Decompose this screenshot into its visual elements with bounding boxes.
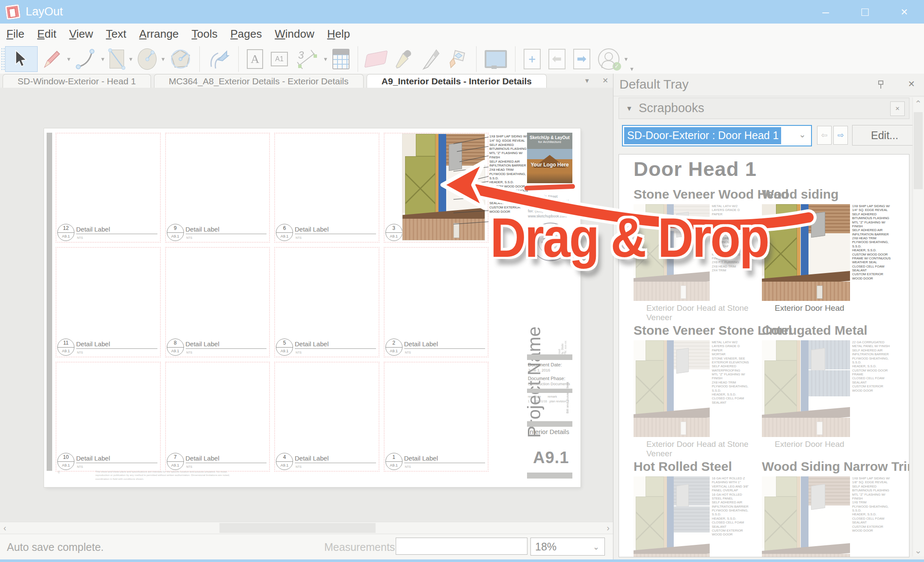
dimension-tool-caret[interactable]: ▾ (323, 55, 329, 63)
scrapbook-detail-item[interactable]: Stone Veneer Stone Lintel METAL LATH W/2… (634, 323, 762, 447)
line-tool-caret[interactable]: ▾ (66, 55, 72, 63)
menu-item[interactable]: Window (268, 27, 320, 41)
tray-close-icon[interactable]: ✕ (908, 79, 915, 89)
title-block: SketchUp & LayOut for Architecture Your … (527, 132, 572, 484)
add-page-button[interactable]: ＋ (520, 47, 545, 71)
maximize-button[interactable]: □ (845, 0, 885, 24)
menu-item[interactable]: Edit (31, 27, 63, 41)
scrapbook-item-thumbnail[interactable] (634, 476, 710, 557)
scrapbooks-close-button[interactable]: × (890, 101, 905, 116)
arc-tool-button[interactable] (72, 47, 100, 71)
label-tool-button[interactable]: A1 (267, 47, 292, 71)
scroll-down-icon[interactable]: ⌄ (915, 545, 922, 556)
sheet-number: A9.1 (533, 449, 569, 467)
rectangle-tool-caret[interactable]: ▾ (128, 55, 134, 63)
arc-tool-caret[interactable]: ▾ (100, 55, 106, 63)
offset-tool-button[interactable] (204, 47, 234, 71)
menu-item[interactable]: Help (321, 27, 356, 41)
split-tool-button[interactable] (417, 47, 444, 71)
sheet-title: Interior Details (528, 428, 569, 435)
detail-reference-bubble: 5A9.1 (276, 339, 293, 356)
toolbar-overflow-caret[interactable]: ▾ (629, 65, 635, 73)
close-button[interactable]: × (885, 0, 924, 24)
scrapbook-item-thumbnail[interactable] (634, 340, 710, 437)
drawing-canvas[interactable]: 12A9.1 Detail Label NTS 9A9.1 Detail Lab (0, 88, 613, 522)
document-tab[interactable]: SD-Window-Exterior - Head 1 (3, 74, 151, 88)
scrapbook-detail-item[interactable]: Stone Veneer Wood Head METAL LATH W/2 LA… (634, 187, 762, 311)
style-tool-button[interactable] (390, 47, 417, 71)
select-tool-button[interactable] (5, 46, 38, 72)
menu-item[interactable]: File (0, 27, 31, 41)
circle-tool-caret[interactable]: ▾ (160, 55, 166, 63)
menu-item[interactable]: View (63, 27, 100, 41)
detail-reference-bubble: 6A9.1 (276, 224, 293, 241)
table-tool-button[interactable] (329, 47, 353, 71)
scrapbook-item-caption: Exterior Door Head at Stone Veneer (646, 440, 762, 458)
scrapbook-item-thumbnail[interactable] (762, 204, 850, 301)
menu-item[interactable]: Arrange (133, 27, 185, 41)
zoom-select[interactable]: 18% ⌄ (530, 538, 605, 556)
annotation-leader-lines (453, 134, 492, 241)
start-presentation-button[interactable] (481, 47, 511, 71)
previous-page-button[interactable]: ⬅ (545, 47, 569, 71)
join-tool-button[interactable] (444, 47, 472, 71)
placed-detail-exterior-door-head[interactable]: 1X8 SHIP LAP SIDING W/ 1/4" SQ. EDGE REV… (402, 134, 530, 241)
detail-cell-label: Detail Label (404, 340, 486, 349)
account-caret[interactable]: ▾ (623, 55, 629, 63)
scroll-right-icon[interactable]: › (607, 523, 610, 533)
pin-icon[interactable] (877, 80, 885, 89)
text-tool-button[interactable]: A (243, 47, 267, 71)
canvas-horizontal-scrollbar[interactable]: ‹ › (0, 522, 613, 534)
tray-scroll-thumb[interactable] (914, 112, 923, 189)
next-page-button[interactable]: ➡ (569, 47, 594, 71)
scrapbook-detail-item[interactable]: Wood Siding Narrow Trim 1X8 SHIP LAP SID… (762, 459, 903, 557)
scrapbooks-section-header[interactable]: ▼ Scrapbooks × (619, 98, 909, 119)
scrapbook-item-thumbnail[interactable] (762, 476, 850, 557)
tray-scrollbar[interactable]: ⌃ ⌄ (912, 98, 924, 556)
account-button[interactable]: ✓ (594, 47, 623, 71)
document-tab[interactable]: A9_Interior Details - Interior Details (367, 74, 547, 88)
scrapbook-detail-item[interactable]: Corrugated Metal 22 GA CORRUGATED METAL … (762, 323, 903, 447)
collapse-triangle-icon[interactable]: ▼ (626, 105, 633, 113)
detail-cell-scale: NTS (296, 236, 302, 239)
eraser-tool-button[interactable] (362, 47, 390, 71)
scrapbook-detail-item[interactable]: Wood siding 1X8 SHIP LAP SIDING W/ 1/4" … (762, 187, 903, 311)
minimize-button[interactable]: – (806, 0, 845, 24)
rectangle-tool-button[interactable] (106, 47, 128, 71)
scrapbook-edit-button[interactable]: Edit... (852, 125, 917, 146)
scrapbook-item-thumbnail[interactable] (634, 204, 710, 301)
menu-item[interactable]: Tools (185, 27, 224, 41)
placed-detail-annotations: 1X8 SHIP LAP SIDING W/ 1/4" SQ. EDGE REV… (489, 134, 530, 214)
scrapbook-page-title: Door Head 1 (634, 157, 757, 181)
scrapbooks-section-title: Scrapbooks (639, 101, 704, 115)
scrapbook-item-thumbnail[interactable] (762, 340, 850, 437)
title-bar: LayOut – □ × (0, 0, 924, 24)
scroll-left-icon[interactable]: ‹ (3, 523, 6, 533)
chevron-down-icon: ⌄ (799, 129, 806, 140)
horizontal-scroll-thumb[interactable] (219, 523, 376, 533)
scrapbook-item-heading: Hot Rolled Steel (634, 459, 762, 474)
tab-close-icon[interactable]: ✕ (602, 76, 608, 85)
measurements-input[interactable] (396, 538, 527, 555)
detail-cell-tag: 4A9.1 Detail Label NTS (276, 451, 376, 470)
menu-item[interactable]: Text (100, 27, 133, 41)
detail-cell: 7A9.1 Detail Label NTS (165, 362, 270, 472)
detail-reference-bubble: 3A9.1 (385, 224, 403, 241)
scrapbook-previous-page-button[interactable]: ⇦ (817, 126, 832, 145)
scrapbook-item-heading: Corrugated Metal (762, 323, 903, 338)
toolbar-drag-handle[interactable] (1, 48, 5, 71)
scrapbook-detail-item[interactable]: Hot Rolled Steel 16 GA HOT ROLLED Z FLAS… (634, 459, 762, 557)
document-tab[interactable]: MC364_A8_Exterior Details - Exterior Det… (154, 74, 364, 88)
menu-item[interactable]: Pages (224, 27, 269, 41)
dimension-tool-button[interactable]: 3 (292, 47, 323, 71)
default-tray-panel: Default Tray ✕ ▼ Scrapbooks × SD-Door-Ex… (613, 74, 924, 559)
line-tool-button[interactable] (38, 47, 66, 71)
scrapbook-next-page-button[interactable]: ⇨ (833, 126, 848, 145)
polygon-tool-button[interactable] (166, 47, 195, 71)
tab-list-dropdown[interactable]: ▾ (585, 76, 589, 85)
circle-tool-button[interactable] (134, 47, 160, 71)
scrapbook-select[interactable]: SD-Door-Exterior : Door Head 1 ⌄ (622, 125, 812, 146)
scroll-up-icon[interactable]: ⌃ (915, 98, 922, 109)
detail-cell-scale: NTS (187, 351, 192, 354)
detail-reference-bubble: 8A9.1 (167, 339, 184, 356)
